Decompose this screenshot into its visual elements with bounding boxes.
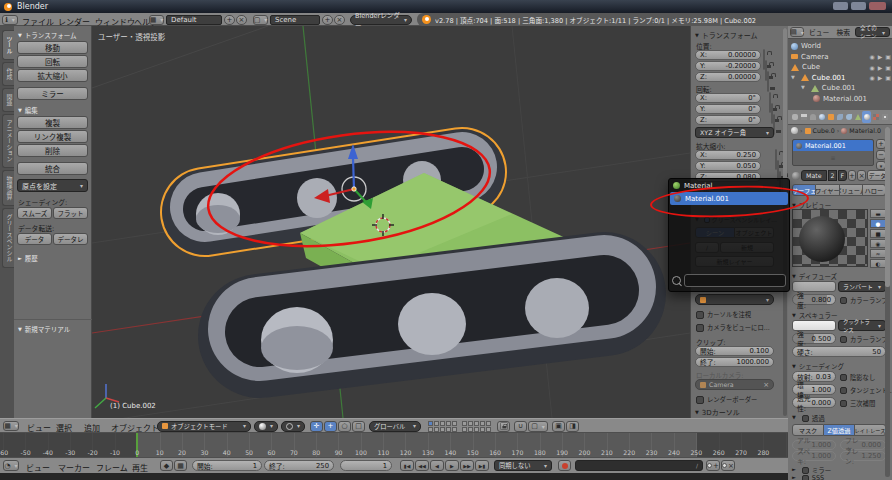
shade-smooth-button[interactable]: スムーズ: [17, 207, 52, 219]
selectability-icon[interactable]: ▶: [878, 74, 883, 81]
viewport-canvas[interactable]: [92, 26, 690, 418]
preview-sky-button[interactable]: ◐: [870, 259, 886, 268]
local-camera-field[interactable]: Camera ×: [695, 379, 774, 390]
cubic-row[interactable]: 三次補間: [840, 399, 875, 408]
lock-to-cursor-checkbox[interactable]: [696, 311, 704, 319]
tab-constraints[interactable]: [835, 111, 844, 123]
specular-ramp-row[interactable]: カラーランプ: [840, 335, 888, 344]
current-frame-field[interactable]: 1: [340, 460, 392, 471]
toolshelf-tab[interactable]: 関連: [2, 88, 14, 112]
data-transfer-button[interactable]: データ: [17, 233, 52, 245]
renderability-icon[interactable]: ▣: [885, 74, 891, 81]
outliner-row-cube[interactable]: Cube ◉ ▶ ▣: [791, 62, 891, 73]
specular-intensity-slider[interactable]: 強度:0.500: [792, 333, 836, 344]
expand-icon[interactable]: [801, 85, 808, 91]
keying-set-field[interactable]: ∕: [575, 460, 703, 471]
layers-group-1[interactable]: [428, 421, 457, 432]
add-scene-button[interactable]: +: [322, 15, 333, 25]
location-z-field[interactable]: Z:0.00000: [695, 72, 761, 82]
cubic-checkbox[interactable]: [840, 400, 847, 407]
translucency-field[interactable]: 透光性:0.000: [792, 397, 836, 408]
add-menu[interactable]: 追加: [82, 422, 102, 433]
users-count-button[interactable]: 2: [828, 170, 837, 181]
mirror-checkbox[interactable]: [802, 467, 809, 474]
close-button[interactable]: [869, 2, 886, 10]
clip-start-field[interactable]: 開始:0.100: [695, 346, 774, 356]
maximize-button[interactable]: [851, 2, 866, 10]
mode-select[interactable]: オブジェクトモード: [157, 421, 251, 432]
toolshelf-tab[interactable]: 作成: [2, 62, 14, 86]
snap-toggle-button[interactable]: ∪: [514, 421, 527, 432]
editor-type-button[interactable]: ▤: [790, 27, 804, 37]
type-wire-tab[interactable]: ワイヤー: [816, 184, 839, 196]
scale-manipulator-button[interactable]: □: [352, 421, 365, 432]
expand-icon[interactable]: [791, 75, 798, 81]
tab-particles[interactable]: [880, 111, 889, 123]
panel-header-edit[interactable]: 編集: [18, 105, 38, 115]
scene-field[interactable]: Scene: [270, 15, 320, 25]
breadcrumb-material[interactable]: Material.0: [849, 127, 881, 134]
panel-header-specular[interactable]: スペキュラー: [792, 310, 837, 320]
select-menu[interactable]: 選択: [54, 422, 74, 433]
set-origin-select[interactable]: 原点を設定: [17, 179, 88, 192]
diffuse-intensity-slider[interactable]: 強度:0.800: [792, 294, 836, 305]
preview-cube-button[interactable]: ■: [870, 229, 886, 238]
render-opengl-anim-button[interactable]: ◨: [566, 421, 579, 432]
manipulator-toggle-button[interactable]: ✛: [310, 421, 323, 432]
sss-checkbox[interactable]: [802, 475, 809, 480]
panel-header-transparency[interactable]: 透過: [792, 413, 825, 423]
new-material-button[interactable]: +: [848, 170, 857, 181]
tab-modifiers[interactable]: [844, 111, 853, 123]
lock-to-scene-button[interactable]: [497, 421, 510, 432]
rotation-y-field[interactable]: Y:0°: [695, 104, 761, 114]
operator-panel-header[interactable]: 新規マテリアル: [18, 324, 70, 334]
material-popup-item-selected[interactable]: Material.001: [670, 192, 788, 205]
editor-type-button[interactable]: ▦: [3, 421, 19, 431]
panel-header-history[interactable]: 履歴: [18, 253, 38, 263]
shadeless-row[interactable]: 陰影なし: [840, 373, 875, 382]
screen-layout-field[interactable]: Default: [166, 15, 222, 25]
toolshelf-tab[interactable]: グリースペンシル: [2, 208, 14, 268]
render-border-row[interactable]: レンダーボーダー: [696, 395, 757, 404]
toolshelf-tab[interactable]: ツール: [2, 30, 14, 60]
breadcrumb-object[interactable]: Cube.0: [813, 127, 835, 134]
shading-mode-select[interactable]: [254, 421, 278, 432]
play-reverse-button[interactable]: ◀: [430, 460, 444, 471]
record-button[interactable]: [558, 460, 571, 471]
layers-group-2[interactable]: [462, 421, 491, 432]
scale-button[interactable]: 拡大縮小: [17, 69, 88, 82]
hardness-slider[interactable]: 硬さ:50: [792, 346, 886, 357]
diffuse-ramp-row[interactable]: カラーランプ: [840, 296, 888, 305]
delete-layout-button[interactable]: ×: [236, 15, 247, 25]
specular-alpha-field[interactable]: スペキ:1.000: [792, 451, 836, 461]
render-border-checkbox[interactable]: [696, 396, 704, 404]
selectability-icon[interactable]: ▶: [878, 64, 883, 71]
move-button[interactable]: 移動: [17, 41, 88, 54]
sync-mode-select[interactable]: 同期しない: [494, 460, 552, 471]
shadeless-checkbox[interactable]: [840, 374, 847, 381]
visibility-eye-icon[interactable]: ◉: [869, 74, 874, 81]
outliner-row-world[interactable]: World: [791, 41, 891, 52]
material-name-field[interactable]: Mate: [801, 170, 827, 181]
use-preview-range-button[interactable]: ◆: [160, 460, 173, 471]
lock-to-cursor-row[interactable]: カーソルを注視: [696, 310, 751, 319]
panel-header-transform[interactable]: トランスフォーム: [18, 30, 77, 40]
pivot-select[interactable]: [281, 421, 305, 432]
lock-object-field[interactable]: [695, 294, 774, 305]
duplicate-button[interactable]: 複製: [17, 116, 88, 129]
menu-window[interactable]: ウィンドウ: [93, 16, 137, 27]
lock-camera-row[interactable]: カメラをビューにロ...: [696, 323, 770, 332]
properties-scrollbar-thumb[interactable]: [885, 127, 890, 287]
tab-render-layers[interactable]: [799, 111, 808, 123]
jump-prev-keyframe-button[interactable]: ◀◀: [415, 460, 429, 471]
panel-header-sss[interactable]: SSS: [792, 474, 824, 480]
view-menu[interactable]: ビュー: [25, 422, 53, 433]
tab-render[interactable]: [790, 111, 799, 123]
outliner-row-camera[interactable]: Camera ◉ ▶ ▣: [791, 52, 891, 63]
jump-to-end-button[interactable]: ▶▮: [475, 460, 489, 471]
outliner-menu-search[interactable]: 検索: [834, 27, 852, 37]
play-button[interactable]: ▶: [445, 460, 459, 471]
specular-ramp-checkbox[interactable]: [840, 336, 847, 343]
rotate-manipulator-button[interactable]: ○: [338, 421, 351, 432]
panel-header-diffuse[interactable]: ディフューズ: [792, 271, 837, 281]
